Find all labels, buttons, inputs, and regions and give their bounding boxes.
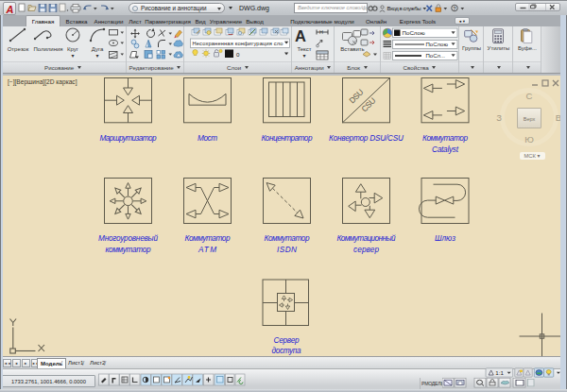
svg-text:Сервер: Сервер: [274, 336, 300, 345]
svg-text:CSU: CSU: [359, 95, 377, 113]
svg-text:ISDN: ISDN: [277, 246, 297, 254]
svg-text:0: 0: [236, 51, 240, 58]
svg-text:Коммутационный: Коммутационный: [337, 234, 396, 243]
svg-text:Коммутатор: Коммутатор: [185, 234, 231, 243]
svg-text:Шлюз: Шлюз: [435, 234, 455, 243]
svg-text:Коммутатор: Коммутатор: [422, 134, 468, 143]
svg-text:ПоСлою: ПоСлою: [426, 42, 449, 47]
svg-text:сервер: сервер: [353, 246, 379, 254]
svg-text:Конвертор DSU/CSU: Конвертор DSU/CSU: [329, 134, 404, 143]
svg-text:Многоуровневый: Многоуровневый: [98, 234, 158, 243]
svg-text:Несохраненная конфигурация сло: Несохраненная конфигурация сло: [193, 41, 284, 46]
svg-text:1:1: 1:1: [495, 370, 504, 375]
svg-text:Маршрутизатор: Маршрутизатор: [100, 134, 157, 143]
svg-text:DSU: DSU: [347, 87, 365, 105]
svg-text:H: H: [319, 29, 323, 35]
svg-text:Мост: Мост: [198, 134, 217, 143]
svg-text:доступа: доступа: [272, 347, 301, 355]
svg-text:коммутатор: коммутатор: [106, 246, 151, 254]
svg-text:Catalyst: Catalyst: [432, 145, 459, 154]
svg-text:Коммутатор: Коммутатор: [265, 234, 310, 243]
svg-text:ПоСл...: ПоСл...: [426, 53, 446, 59]
svg-text:Концентратор: Концентратор: [262, 134, 313, 143]
svg-text:АТМ: АТМ: [198, 246, 216, 254]
svg-text:Вход в службы: Вход в службы: [387, 6, 421, 11]
svg-text:ПоСлою: ПоСлою: [403, 29, 425, 36]
